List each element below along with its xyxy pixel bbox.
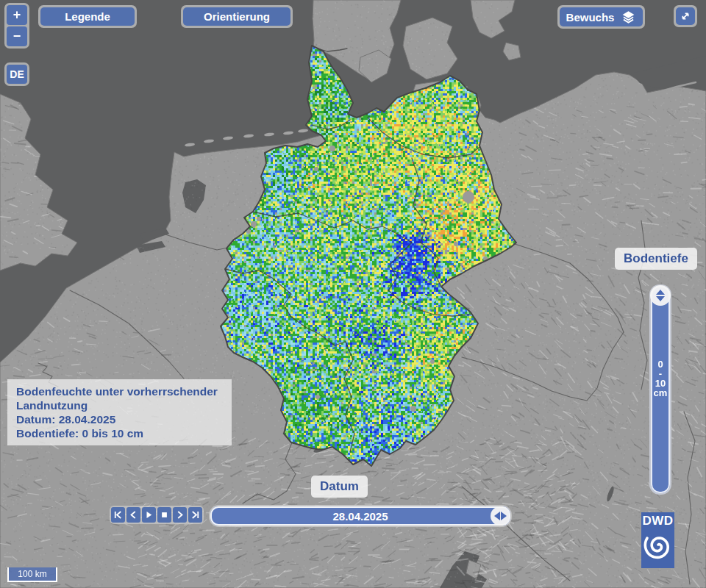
- depth-slider[interactable]: 0 - 10 cm: [649, 284, 671, 495]
- layer-info-box: Bodenfeuchte unter vorherrschender Landn…: [7, 379, 232, 445]
- vegetation-button-label: Bewuchs: [566, 11, 615, 24]
- chevron-down-icon: [656, 296, 665, 301]
- info-line: Bodenfeuchte unter vorherrschender: [16, 384, 223, 398]
- date-slider-track[interactable]: 28.04.2025: [210, 506, 510, 526]
- depth-slider-handle[interactable]: [650, 285, 671, 306]
- expand-arrows-icon: [679, 10, 692, 23]
- fullscreen-button[interactable]: [676, 7, 695, 25]
- legend-button[interactable]: Legende: [40, 7, 135, 26]
- depth-value: 0 - 10 cm: [651, 359, 670, 398]
- fullscreen-control: [674, 5, 697, 27]
- skip-start-button[interactable]: [111, 507, 125, 523]
- vegetation-button[interactable]: Bewuchs: [560, 7, 643, 26]
- info-line: Bodentiefe: 0 bis 10 cm: [16, 426, 223, 440]
- date-value: 28.04.2025: [332, 510, 388, 523]
- dwd-logo-text: DWD: [642, 514, 673, 528]
- chevron-left-icon: [494, 512, 500, 520]
- scale-bar-label: 100 km: [18, 569, 46, 579]
- orientation-control: Orientierung: [181, 5, 293, 28]
- layers-icon: [621, 10, 636, 25]
- animation-controls: [110, 506, 204, 524]
- stop-button[interactable]: [157, 507, 171, 523]
- vegetation-control: Bewuchs: [557, 5, 645, 29]
- step-forward-button[interactable]: [173, 507, 187, 523]
- date-label: Datum: [311, 476, 368, 498]
- chevron-right-icon: [501, 512, 507, 520]
- legend-control: Legende: [38, 5, 137, 28]
- step-back-button[interactable]: [126, 507, 140, 523]
- locale-button[interactable]: DE: [7, 65, 27, 84]
- skip-end-button[interactable]: [188, 507, 202, 523]
- dwd-logo: DWD: [641, 512, 674, 568]
- orientation-button[interactable]: Orientierung: [183, 7, 290, 26]
- info-line: Datum: 28.04.2025: [16, 412, 223, 426]
- zoom-in-button[interactable]: +: [7, 5, 27, 25]
- depth-value-line: cm: [651, 388, 670, 398]
- date-slider-handle[interactable]: [491, 506, 510, 526]
- spiral-icon: [642, 528, 674, 568]
- zoom-out-button[interactable]: −: [7, 26, 27, 46]
- map-canvas[interactable]: [0, 0, 706, 588]
- locale-control: DE: [4, 62, 29, 86]
- zoom-control: + −: [4, 3, 29, 49]
- date-slider[interactable]: 28.04.2025: [209, 505, 512, 527]
- scale-bar: 100 km: [7, 567, 57, 582]
- chevron-up-icon: [656, 290, 665, 295]
- depth-label: Bodentiefe: [615, 248, 697, 270]
- info-line: Landnutzung: [16, 398, 223, 412]
- play-button[interactable]: [142, 507, 156, 523]
